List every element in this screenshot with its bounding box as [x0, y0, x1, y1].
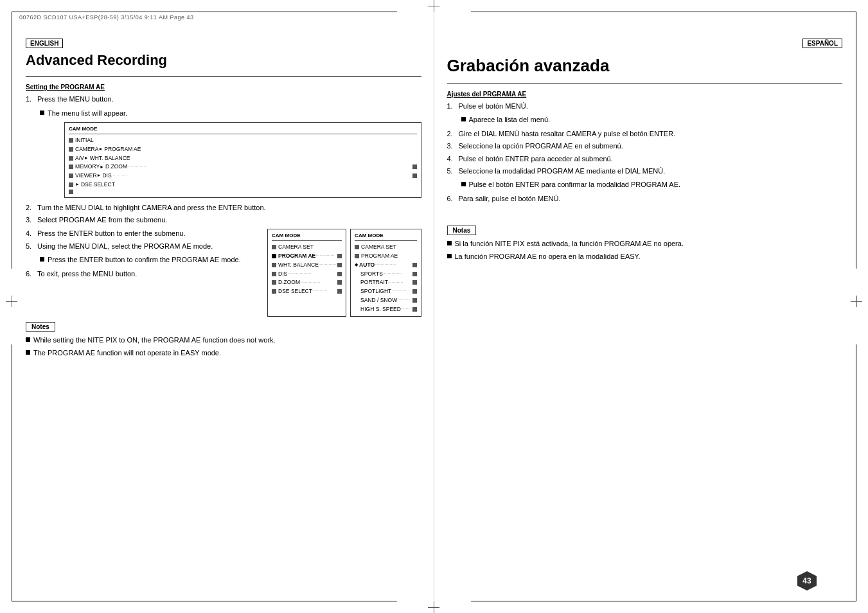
- step-3: 3. Select PROGRAM AE from the submenu.: [26, 215, 421, 225]
- note-es-2: La función PROGRAM AE no opera en la mod…: [447, 252, 843, 262]
- note-1: While setting the NITE PIX to ON, the PR…: [26, 335, 421, 345]
- cam-val: [337, 263, 342, 267]
- bullet-icon: [447, 254, 452, 258]
- cam-icon: [355, 245, 359, 249]
- cam-icon: [69, 173, 73, 178]
- cam-screenshot-3: CAM MODE CAMERA SET PROGRAM AE ◆ AUTO: [350, 229, 421, 317]
- subsection-heading-espanol: Ajustes del PRGRAMA AE: [447, 91, 843, 98]
- cam-val: [412, 280, 417, 285]
- notes-label-english: Notes: [26, 322, 55, 332]
- cam-val: [412, 263, 417, 267]
- step-es-3: 3. Seleccione la opción PROGRAM AE en el…: [447, 141, 843, 151]
- bullet-icon: [40, 111, 44, 115]
- notes-label-espanol: Notas: [447, 226, 477, 235]
- cam-icon: [69, 138, 73, 143]
- steps-list-3: 4. Press the ENTER button to enter the s…: [26, 229, 262, 279]
- section-title-espanol: Grabación avanzada: [447, 56, 843, 76]
- cam-icon: [69, 190, 73, 194]
- cam-icon: [69, 147, 73, 152]
- cam-icon: [69, 164, 73, 169]
- step-es-2: 2. Gire el DIAL MENÚ hasta resaltar CAME…: [447, 129, 843, 139]
- cam-icon: [69, 156, 73, 161]
- cam-screenshot-1: CAM MODE INITIAL CAMERA ► PROGRAM AE A/V: [64, 122, 421, 198]
- step-5-sub: Press the ENTER button to confirm the PR…: [26, 254, 262, 266]
- bullet-icon: [447, 241, 452, 245]
- cam-val: [412, 298, 417, 303]
- cam-val: [412, 173, 417, 178]
- cam-val: [337, 289, 342, 294]
- cam-val: [412, 307, 417, 312]
- step-1: 1. Press the MENU button.: [26, 94, 421, 104]
- left-column: ENGLISH Advanced Recording Setting the P…: [19, 39, 434, 594]
- steps-list-english: 1. Press the MENU button. The menu list …: [26, 94, 421, 120]
- lang-badge-espanol: ESPAÑOL: [802, 39, 842, 48]
- cam-val: [412, 289, 417, 294]
- steps-list-2: 2. Turn the MENU DIAL to highlight CAMER…: [26, 203, 421, 226]
- bullet-icon: [26, 337, 30, 342]
- section-title-english: Advanced Recording: [26, 52, 421, 69]
- step-4: 4. Press the ENTER button to enter the s…: [26, 229, 262, 238]
- bullet-icon: [40, 257, 44, 262]
- crosshair-right: [851, 296, 862, 307]
- notes-list-english: While setting the NITE PIX to ON, the PR…: [26, 335, 421, 358]
- step-2: 2. Turn the MENU DIAL to highlight CAMER…: [26, 203, 421, 213]
- step-es-1: 1. Pulse el botón MENÚ.: [447, 102, 843, 111]
- note-2: The PROGRAM AE function will not operate…: [26, 348, 421, 358]
- cam-icon: [272, 289, 276, 294]
- steps-list-espanol: 1. Pulse el botón MENÚ. Aparece la lista…: [447, 102, 843, 204]
- bullet-icon: [461, 117, 466, 121]
- step-es-5: 5. Seleccione la modalidad PROGRAM AE me…: [447, 166, 843, 176]
- cam-val: [412, 164, 417, 169]
- step-es-5-sub: Pulse el botón ENTER para confirmar la m…: [447, 179, 843, 191]
- note-es-1: Si la función NITE PIX está activada, la…: [447, 239, 843, 249]
- cam-val: [337, 254, 342, 258]
- lang-badge-english: ENGLISH: [26, 39, 63, 48]
- right-column: ESPAÑOL Grabación avanzada Ajustes del P…: [434, 39, 849, 594]
- crosshair-bottom: [428, 601, 439, 613]
- step-es-6: 6. Para salir, pulse el botón MENÚ.: [447, 194, 843, 204]
- cam-val: [337, 280, 342, 285]
- cam-icon: [272, 272, 276, 276]
- cam-val: [412, 272, 417, 276]
- cam-icon: [272, 245, 276, 249]
- step-5: 5. Using the MENU DIAL, select the PROGR…: [26, 242, 262, 251]
- cam-icon: [272, 263, 276, 267]
- notes-list-espanol: Si la función NITE PIX está activada, la…: [447, 239, 843, 262]
- subsection-heading-english: Setting the PROGRAM AE: [26, 84, 421, 91]
- crosshair-top: [428, 0, 439, 12]
- crosshair-left: [6, 296, 17, 307]
- step-es-1-sub: Aparece la lista del menú.: [447, 114, 843, 126]
- step-1-sub: The menu list will appear.: [26, 107, 421, 120]
- bullet-icon: [26, 350, 30, 355]
- cam-icon: [272, 280, 276, 285]
- step-es-4: 4. Pulse el botón ENTER para acceder al …: [447, 154, 843, 164]
- step-6: 6. To exit, press the MENU button.: [26, 269, 262, 279]
- header-info: 00762D SCD107 USA+ESP(28-59) 3/15/04 9:1…: [19, 14, 193, 21]
- cam-icon: [69, 182, 73, 187]
- cam-val: [337, 272, 342, 276]
- cam-icon: [355, 254, 359, 258]
- cam-screenshot-2: CAM MODE CAMERA SET PROGRAM AE ·········…: [267, 229, 346, 317]
- bullet-icon: [461, 182, 466, 186]
